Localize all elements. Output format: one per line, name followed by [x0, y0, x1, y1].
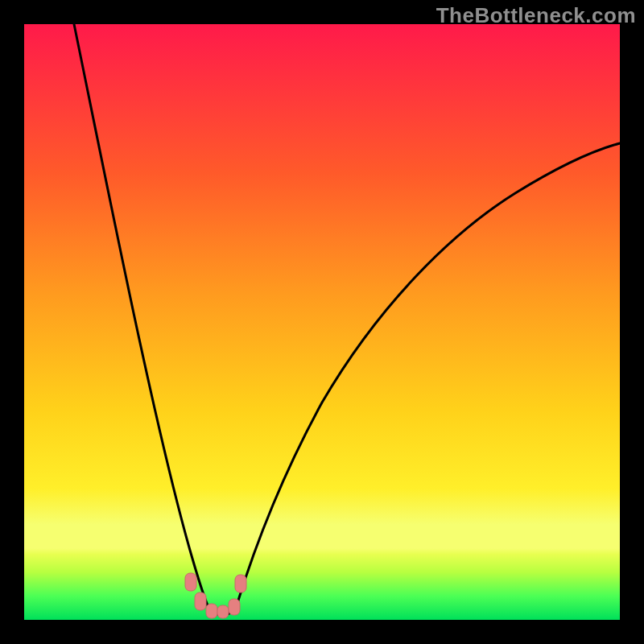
plot-area — [24, 24, 620, 620]
svg-rect-3 — [206, 604, 217, 618]
svg-rect-6 — [235, 575, 246, 592]
svg-rect-2 — [195, 592, 206, 610]
svg-rect-5 — [229, 599, 240, 615]
svg-rect-4 — [217, 605, 229, 618]
svg-rect-1 — [185, 573, 196, 591]
watermark-text: TheBottleneck.com — [436, 3, 636, 28]
bottleneck-chart — [0, 0, 644, 644]
